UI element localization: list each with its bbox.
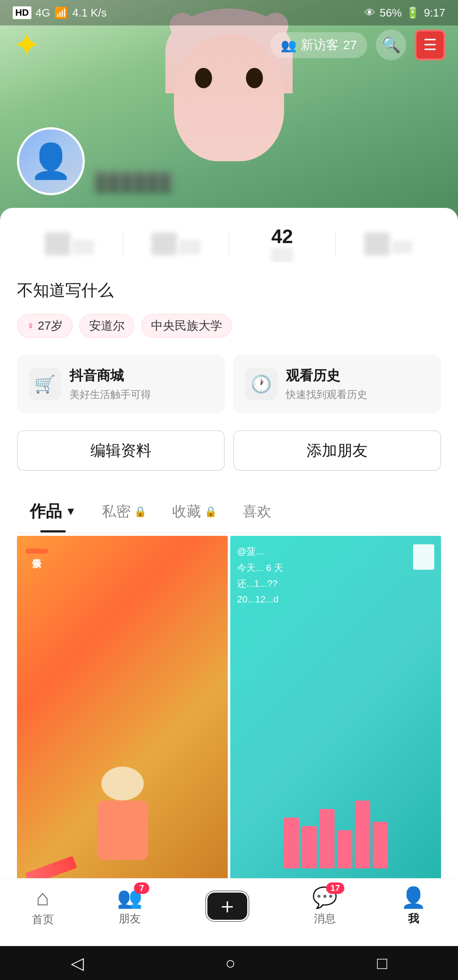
domino-6 [373,822,388,868]
profile-icon: 👤 [401,886,426,910]
overlay-line2: 还...1...?? [237,577,283,591]
clock: 9:17 [424,6,445,20]
edit-profile-button[interactable]: 编辑资料 [17,430,225,471]
nav-profile[interactable]: 👤 我 [401,886,426,926]
domino-4 [337,830,352,868]
domino-1 [284,818,299,868]
tab-favorites[interactable]: 收藏 🔒 [159,493,230,532]
bottom-navigation: ⌂ 首页 7 👥 朋友 ＋ 17 💬 消息 👤 我 [0,878,458,946]
stat-followers[interactable]: 1 粉丝 [123,232,229,255]
nav-messages[interactable]: 17 💬 消息 [312,886,338,926]
nav-create[interactable]: ＋ [206,891,249,921]
plus-icon: ＋ [217,892,238,920]
battery-icon: 🔋 [406,6,419,20]
visitors-label: 新访客 [301,36,339,54]
overlay-line1: 今天... 6 天 [237,561,283,575]
overlay-line3: 20...12...d [237,592,283,606]
home-button[interactable]: ○ [225,954,235,973]
battery-level: 56% [380,6,402,20]
tags-row: ♀ 27岁 安道尔 中央民族大学 [17,314,441,338]
shop-subtitle: 美好生活触手可得 [70,388,213,401]
search-button[interactable]: 🔍 [376,30,406,60]
tag-school-label: 中央民族大学 [151,318,222,334]
messages-badge: 17 [326,882,344,894]
history-subtitle: 快速找到观看历史 [286,388,429,401]
recents-button[interactable]: □ [377,954,387,973]
menu-button[interactable]: ☰ [415,30,445,60]
tab-likes[interactable]: 喜欢 [230,493,284,532]
user-name: ██████ [95,171,172,191]
visitors-count: 27 [343,38,357,52]
domino-5 [355,801,370,868]
likes-label: 获赞 [271,248,293,263]
visitors-badge[interactable]: 👥 新访客 27 [271,32,367,58]
system-navigation: ◁ ○ □ [0,946,458,980]
user-bio: 不知道写什么 [17,280,441,301]
visitors-icon: 👥 [281,38,296,53]
video-thumbnail-1[interactable]: 新春快乐 草稿 2 [17,536,228,911]
profile-label: 我 [408,911,419,926]
video-thumbnail-2[interactable]: @菠... 今天... 6 天 还...1...?? 20...12...d ▷… [230,536,441,911]
hero-topbar: 👥 新访客 27 🔍 ☰ [0,30,458,60]
search-icon: 🔍 [382,36,401,54]
nav-friends[interactable]: 7 👥 朋友 [117,886,142,926]
tab-private[interactable]: 私密 🔒 [89,493,159,532]
add-friend-button[interactable]: 添加朋友 [233,430,441,471]
user-name-area: ██████ [95,171,172,195]
followers-label: 粉丝 [179,240,201,255]
char-head-1 [101,767,144,801]
video-grid: 新春快乐 草稿 2 @菠... 今天... 6 天 还...1...?? 20.… [17,536,441,911]
extra-label: ··· [391,241,413,254]
tab-private-label: 私密 [102,502,131,521]
stats-row: 0 关注 1 粉丝 42 获赞 ··· ··· [17,225,441,263]
history-title: 观看历史 [286,367,429,385]
history-text: 观看历史 快速找到观看历史 [286,367,429,401]
tag-location-label: 安道尔 [89,318,125,334]
tag-age-label: 27岁 [38,318,63,334]
avatar-area: 👤 ██████ [17,127,172,195]
avatar-placeholder: 👤 [30,141,72,181]
spring-text: 新春快乐 [25,549,48,554]
blurred-name: ██████ [95,171,172,190]
quick-actions: 🛒 抖音商城 美好生活触手可得 🕐 观看历史 快速找到观看历史 [17,355,441,413]
domino-3 [319,809,335,868]
domino-2 [302,826,317,868]
tab-works[interactable]: 作品 ▼ [17,492,89,532]
main-content-card: 0 关注 1 粉丝 42 获赞 ··· ··· 不知道写什么 ♀ 27岁 安道尔… [0,208,458,980]
following-label: 关注 [72,240,94,255]
user-avatar[interactable]: 👤 [17,127,85,195]
shop-icon: 🛒 [29,368,61,400]
extra-count: ··· [364,232,390,255]
stat-likes[interactable]: 42 获赞 [229,225,335,263]
overlay-username: @菠... [237,544,283,558]
action-buttons: 编辑资料 添加朋友 [17,430,441,471]
content-tabs: 作品 ▼ 私密 🔒 收藏 🔒 喜欢 [17,492,441,533]
shop-card[interactable]: 🛒 抖音商城 美好生活触手可得 [17,355,225,413]
char-eye-right [246,68,263,88]
stat-following[interactable]: 0 关注 [17,232,123,255]
create-button[interactable]: ＋ [206,891,249,921]
home-icon: ⌂ [36,885,49,910]
stat-extra[interactable]: ··· ··· [336,232,441,255]
status-bar: HD 4G 📶 4.1 K/s 👁 56% 🔋 9:17 [0,0,458,25]
video1-character [97,767,148,860]
network-signal: 4G [36,6,50,20]
shop-title: 抖音商城 [70,367,213,385]
tag-age[interactable]: ♀ 27岁 [17,314,73,338]
back-button[interactable]: ◁ [71,953,84,973]
bookmark-icon [413,544,434,570]
status-left: HD 4G 📶 4.1 K/s [13,6,106,20]
tag-location[interactable]: 安道尔 [79,314,134,338]
history-card[interactable]: 🕐 观看历史 快速找到观看历史 [233,355,441,413]
tab-favorites-lock-icon: 🔒 [204,506,217,518]
tag-school[interactable]: 中央民族大学 [141,314,232,338]
tab-works-arrow: ▼ [65,505,76,518]
shop-text: 抖音商城 美好生活触手可得 [70,367,213,401]
nav-home[interactable]: ⌂ 首页 [32,885,54,927]
network-speed: 4.1 K/s [72,6,106,20]
domino-animation [284,801,388,868]
followers-count: 1 [151,232,177,255]
messages-label: 消息 [314,911,336,926]
tab-likes-label: 喜欢 [243,502,271,521]
tab-private-lock-icon: 🔒 [134,506,147,518]
